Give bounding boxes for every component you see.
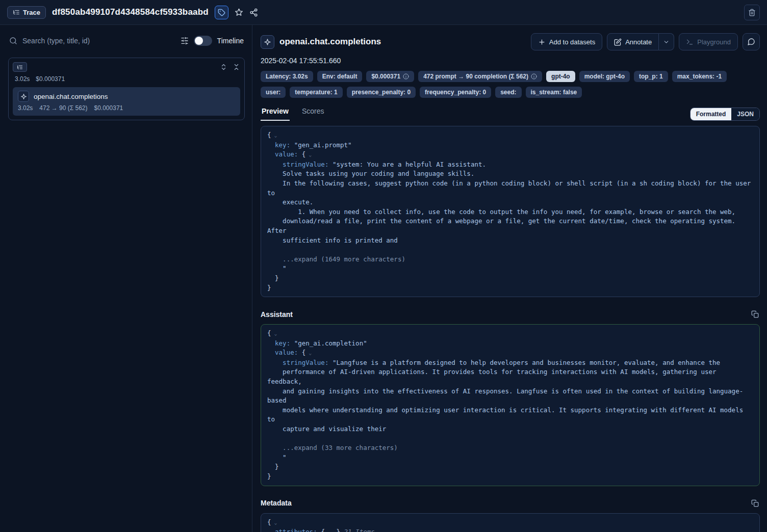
collapse-caret-icon[interactable]: ⌄: [271, 331, 277, 336]
filter-sliders-icon[interactable]: [181, 37, 189, 45]
assistant-section-header: Assistant: [261, 309, 760, 319]
format-formatted[interactable]: Formatted: [691, 108, 732, 120]
code-line: execute.: [267, 198, 753, 207]
trace-node-row[interactable]: [13, 62, 240, 72]
badge-row-1: Latency: 3.02sEnv: default$0.000371472 p…: [261, 71, 760, 82]
code-line: ...expand (1649 more characters): [267, 255, 753, 264]
search-input[interactable]: [22, 37, 175, 45]
comment-bubble-icon: [747, 38, 755, 46]
timeline-toggle[interactable]: [194, 36, 212, 46]
tab-preview[interactable]: Preview: [261, 107, 290, 121]
copy-metadata-button[interactable]: [750, 498, 760, 508]
collapse-caret-icon[interactable]: ⌄: [305, 152, 312, 157]
code-token: "system: You are a helpful AI assistant.: [333, 161, 486, 168]
code-line: key: "gen_ai.prompt": [267, 141, 753, 150]
trace-cost: $0.000371: [36, 75, 65, 83]
playground-button[interactable]: Playground: [679, 33, 738, 50]
layout: Timeline 3.02s: [0, 25, 767, 532]
code-line: Solve tasks using your coding and langua…: [267, 169, 753, 179]
annotate-split-button: Annotate: [607, 33, 674, 50]
playground-label: Playground: [697, 38, 731, 46]
delete-trace-button[interactable]: [744, 5, 760, 20]
add-to-datasets-button[interactable]: Add to datasets: [531, 33, 602, 50]
expand-link[interactable]: ...expand (1649 more characters): [267, 255, 405, 263]
comments-button[interactable]: [743, 33, 760, 50]
code-token: {: [267, 131, 271, 139]
meta-badge: Latency: 3.02s: [261, 71, 313, 82]
badge-label: Env: default: [322, 73, 357, 80]
list-tree-icon: [17, 64, 23, 70]
code-line: [267, 245, 753, 255]
badge-label: frequency_penalty: 0: [425, 89, 486, 96]
code-token: ": [267, 264, 287, 272]
code-line: performance of AI-driven applications. I…: [267, 367, 753, 386]
collapse-caret-icon[interactable]: ⌄: [271, 520, 277, 525]
collapse-caret-icon[interactable]: ⌄: [305, 350, 312, 356]
share-button[interactable]: [249, 8, 258, 17]
annotate-dropdown-button[interactable]: [659, 33, 674, 50]
meta-badge: seed:: [495, 87, 521, 98]
tag-button[interactable]: [215, 6, 228, 19]
model-badge[interactable]: gpt-4o: [546, 71, 575, 82]
expand-all-icon[interactable]: [220, 63, 227, 71]
badge-label: is_stream: false: [531, 89, 577, 96]
code-line: ": [267, 453, 753, 463]
code-line: ": [267, 264, 753, 274]
search-icon: [9, 37, 17, 45]
code-token: {: [267, 518, 271, 526]
format-json[interactable]: JSON: [731, 108, 759, 120]
code-token: value:: [267, 150, 302, 158]
info-icon: [531, 73, 537, 79]
observation-duration: 3.02s: [18, 104, 33, 112]
code-line: ...expand (33 more characters): [267, 443, 753, 453]
code-token: "gen_ai.prompt": [294, 141, 352, 149]
badge-label: user:: [266, 89, 280, 96]
meta-badge: max_tokens: -1: [672, 71, 727, 82]
code-token: performance of AI-driven applications. I…: [267, 368, 720, 385]
annotate-button[interactable]: Annotate: [607, 33, 659, 50]
code-line: and gaining insights into the effectiven…: [267, 387, 753, 406]
toggle-knob: [195, 37, 203, 45]
badge-label: Latency: 3.02s: [266, 73, 308, 80]
code-line: { ⌄: [267, 518, 753, 528]
badge-label: top_p: 1: [639, 73, 663, 80]
add-to-datasets-label: Add to datasets: [549, 38, 595, 46]
code-token: value:: [267, 349, 302, 356]
meta-badge: 472 prompt → 90 completion (Σ 562): [418, 71, 542, 82]
code-token: "Langfuse is a platform designed to help…: [333, 359, 720, 366]
copy-assistant-button[interactable]: [750, 309, 760, 319]
code-token: attributes:: [267, 528, 321, 532]
trace-type-chip[interactable]: Trace: [7, 6, 46, 19]
meta-badge: is_stream: false: [526, 87, 582, 98]
badge-label: seed:: [500, 89, 516, 96]
badge-label: 472 prompt → 90 completion (Σ 562): [423, 73, 528, 80]
code-token: download/read a file, print the content …: [267, 217, 739, 234]
observation-cost: $0.000371: [94, 104, 123, 112]
meta-badge: temperature: 1: [290, 87, 342, 98]
info-icon: [403, 73, 409, 79]
badge-label: gpt-4o: [551, 73, 570, 80]
sparkle-icon: [264, 38, 271, 46]
pen-square-icon: [614, 38, 622, 46]
star-icon: [235, 8, 243, 17]
metadata-section-header: Metadata: [261, 498, 760, 508]
expand-link[interactable]: ...expand (33 more characters): [267, 444, 398, 451]
tab-scores[interactable]: Scores: [301, 107, 325, 121]
code-token: sufficient info is printed and: [267, 236, 398, 244]
code-line: }: [267, 472, 753, 482]
collapse-caret-icon[interactable]: ⌄: [271, 132, 277, 138]
assistant-section-title: Assistant: [261, 310, 293, 318]
terminal-icon: [686, 38, 694, 46]
meta-badge: model: gpt-4o: [579, 71, 630, 82]
meta-badge: user:: [261, 87, 286, 98]
code-line: { ⌄: [267, 130, 753, 141]
observation-row-selected[interactable]: openai.chat.completions 3.02s 472 → 90 (…: [13, 87, 240, 116]
search-row: Timeline: [8, 33, 245, 48]
meta-badge: top_p: 1: [634, 71, 668, 82]
collapse-all-icon[interactable]: [233, 63, 240, 71]
trace-chip-label: Trace: [23, 9, 40, 16]
star-button[interactable]: [235, 8, 243, 17]
code-line: }: [267, 274, 753, 283]
tabs-row: Preview Scores Formatted JSON: [261, 107, 760, 121]
badge-label: $0.000371: [371, 73, 400, 80]
